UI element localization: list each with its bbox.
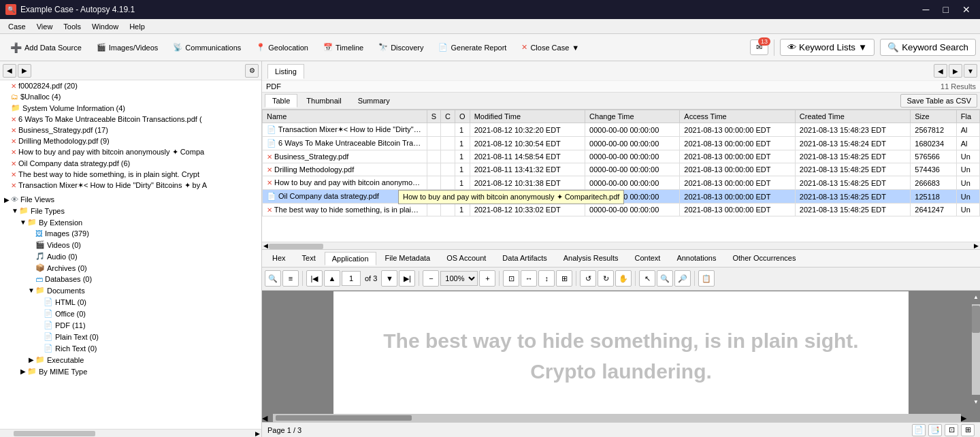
tree-item-office[interactable]: 📄 Office (0)	[0, 308, 261, 319]
otheroccurrences-tab[interactable]: Other Occurrences	[725, 251, 803, 265]
file-table-scroll[interactable]: Name S C O Modified Time Change Time Acc…	[262, 110, 980, 242]
tree-item-videos[interactable]: 🎬 Videos (0)	[0, 239, 261, 250]
col-change[interactable]: Change Time	[585, 110, 680, 123]
back-button[interactable]: ◀	[3, 64, 16, 78]
col-o[interactable]: O	[455, 110, 470, 123]
pdf-fit-btn2[interactable]: ⊞	[556, 270, 572, 287]
tree-item-richtext[interactable]: 📄 Rich Text (0)	[0, 342, 261, 354]
save-csv-button[interactable]: Save Table as CSV	[900, 94, 977, 108]
tree-item-f0002824[interactable]: ✕ f0002824.pdf (20)	[0, 80, 261, 91]
hscroll-right[interactable]: ▶	[961, 414, 972, 422]
tree-item-sysvolinfo[interactable]: 📁 System Volume Information (4)	[0, 102, 261, 114]
pdf-menu-btn[interactable]: ≡	[282, 270, 299, 287]
tree-item-fileviews[interactable]: ▶ 👁 File Views	[0, 194, 261, 205]
email-button[interactable]: ✉ 13	[750, 39, 768, 55]
pdf-zoom-select[interactable]: 100% 75% 125% 150%	[440, 271, 478, 286]
scroll-left-arrow[interactable]: ◀	[262, 242, 270, 249]
pdf-page-input[interactable]	[342, 271, 361, 286]
pdf-first-btn[interactable]: |◀	[306, 270, 323, 287]
close-button[interactable]: ✕	[958, 3, 975, 16]
menu-window[interactable]: Window	[86, 21, 124, 32]
pdf-vscrollbar[interactable]: ▲ ▼	[972, 291, 980, 409]
col-flag[interactable]: Fla	[956, 110, 979, 123]
tree-item-bizstrategy[interactable]: ✕ Business_Strategy.pdf (17)	[0, 125, 261, 135]
pdf-search-btn[interactable]: 🔍	[265, 270, 281, 287]
discovery-button[interactable]: 🔭 Discovery	[372, 39, 429, 55]
pdf-hscrollbar[interactable]: ◀ ▶	[262, 414, 972, 422]
tree-item-filetypes[interactable]: ▼ 📁 File Types	[0, 205, 261, 216]
tree-item-documents[interactable]: ▼ 📁 Documents	[0, 285, 261, 296]
tree-item-plaintext[interactable]: 📄 Plain Text (0)	[0, 331, 261, 342]
keyword-search-button[interactable]: 🔍 Keyword Search	[880, 39, 976, 56]
add-data-source-button[interactable]: ➕ Add Data Source	[4, 39, 88, 56]
table-row[interactable]: ✕ The best way to hide something, is in …	[263, 204, 980, 216]
tree-item-howtobuy[interactable]: ✕ How to buy and pay with bitcoin anonym…	[0, 146, 261, 158]
pdf-zoomout-btn[interactable]: −	[423, 270, 439, 287]
communications-button[interactable]: 📡 Communications	[167, 39, 247, 55]
pdf-spread-btn[interactable]: ⊡	[945, 424, 958, 436]
tree-item-databases[interactable]: 🗃 Databases (0)	[0, 274, 261, 285]
pdf-pan-btn[interactable]: ✋	[615, 270, 632, 287]
keyword-lists-button[interactable]: 👁 Keyword Lists ▼	[780, 39, 875, 56]
tree-item-unalloc[interactable]: 🗂 $Unalloc (4)	[0, 91, 261, 102]
tree-item-6ways[interactable]: ✕ 6 Ways To Make Untraceable Bitcoin Tra…	[0, 114, 261, 125]
vscroll-down[interactable]: ▼	[972, 395, 980, 408]
tree-item-executable[interactable]: ▶ 📁 Executable	[0, 354, 261, 366]
pdf-rotate-left-btn[interactable]: ↺	[580, 270, 596, 287]
summary-subtab[interactable]: Summary	[350, 94, 397, 108]
tree-item-archives[interactable]: 📦 Archives (0)	[0, 262, 261, 274]
pdf-fit-width-btn[interactable]: ↔	[521, 270, 537, 287]
tree-item-audio[interactable]: 🎵 Audio (0)	[0, 250, 261, 262]
expand-icon-filetypes[interactable]: ▼	[11, 207, 19, 214]
tree-item-images[interactable]: 🖼 Images (379)	[0, 228, 261, 239]
col-modified[interactable]: Modified Time	[470, 110, 585, 123]
pdf-double-page-btn[interactable]: 📑	[928, 424, 942, 436]
expand-icon-fileviews[interactable]: ▶	[3, 196, 11, 204]
settings-button[interactable]: ⚙	[245, 64, 259, 78]
nav-down-btn[interactable]: ▼	[964, 64, 977, 78]
maximize-button[interactable]: □	[939, 3, 953, 16]
expand-icon-executable[interactable]: ▶	[27, 356, 35, 363]
listing-tab[interactable]: Listing	[267, 64, 304, 79]
expand-icon-byext[interactable]: ▼	[19, 218, 27, 226]
col-name[interactable]: Name	[263, 110, 427, 123]
tree-item-oilcompany[interactable]: ✕ Oil Company data strategy.pdf (6)	[0, 158, 261, 169]
thumbnail-subtab[interactable]: Thumbnail	[299, 94, 348, 108]
scroll-right-arrow2[interactable]: ▶	[973, 242, 980, 249]
col-created[interactable]: Created Time	[795, 110, 910, 123]
menu-help[interactable]: Help	[124, 21, 150, 32]
generate-report-button[interactable]: 📄 Generate Report	[432, 39, 512, 55]
menu-tools[interactable]: Tools	[58, 21, 86, 32]
pdf-zoomout2-btn[interactable]: 🔎	[674, 270, 691, 287]
table-row[interactable]: 📄 Oil Company data strategy.pdf 1 2021-0…	[263, 190, 980, 204]
table-subtab[interactable]: Table	[265, 94, 297, 108]
pdf-single-page-btn[interactable]: 📄	[912, 424, 926, 436]
tree-item-html[interactable]: 📄 HTML (0)	[0, 296, 261, 308]
table-row[interactable]: 📄 Transaction Mixer✶< How to Hide "Dirty…	[263, 123, 980, 137]
menu-view[interactable]: View	[31, 21, 59, 32]
hex-tab[interactable]: Hex	[265, 251, 293, 265]
col-c[interactable]: C	[441, 110, 455, 123]
col-s[interactable]: S	[427, 110, 440, 123]
pdf-spread2-btn[interactable]: ⊞	[961, 424, 975, 436]
window-controls[interactable]: ─ □ ✕	[919, 3, 975, 16]
nav-right-btn[interactable]: ▶	[949, 64, 962, 78]
table-row[interactable]: ✕ Business_Strategy.pdf 1 2021-08-11 14:…	[263, 150, 980, 163]
geolocation-button[interactable]: 📍 Geolocation	[250, 39, 314, 55]
pdf-next-btn[interactable]: ▼	[381, 270, 397, 287]
pdf-zoomin-btn[interactable]: +	[479, 270, 495, 287]
dataartifacts-tab[interactable]: Data Artifacts	[495, 251, 554, 265]
application-tab[interactable]: Application	[325, 252, 376, 265]
context-tab[interactable]: Context	[627, 251, 668, 265]
left-panel-hscrollbar[interactable]: ▶	[0, 429, 261, 437]
table-hscrollbar[interactable]: ◀ ▶	[262, 242, 980, 250]
minimize-button[interactable]: ─	[919, 3, 934, 16]
hscroll-left[interactable]: ◀	[262, 414, 273, 422]
tree-item-bymime[interactable]: ▶ 📁 By MIME Type	[0, 366, 261, 377]
tree-item-drilling[interactable]: ✕ Drilling Methodology.pdf (9)	[0, 135, 261, 146]
vscroll-up[interactable]: ▲	[972, 291, 980, 304]
pdf-fit-page-btn[interactable]: ⊡	[503, 270, 519, 287]
timeline-button[interactable]: 📅 Timeline	[317, 39, 370, 55]
col-size[interactable]: Size	[911, 110, 956, 123]
forward-button[interactable]: ▶	[18, 64, 31, 78]
